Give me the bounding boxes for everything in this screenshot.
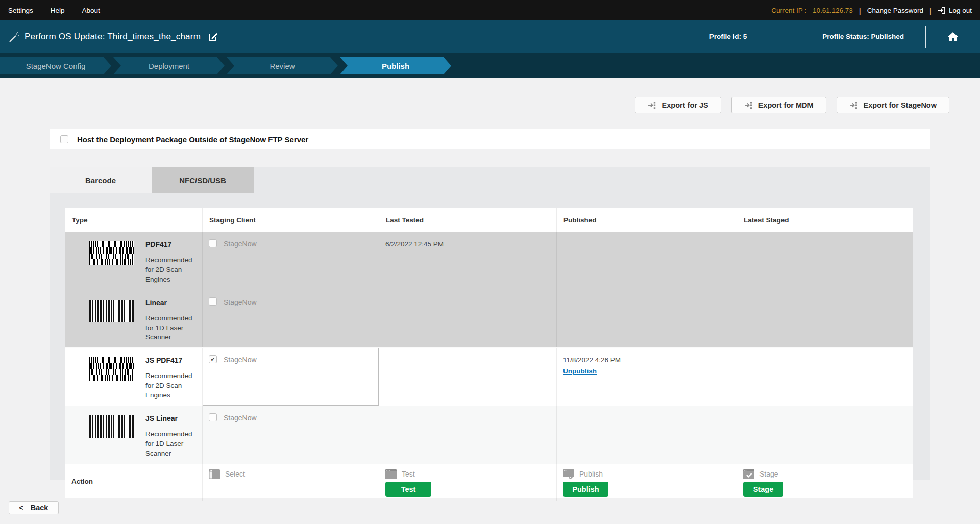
title-bar: Perform OS Update: Third_times_the_charm… [0, 20, 980, 53]
published-cell [557, 290, 737, 348]
export-icon [648, 101, 657, 109]
staging-client-label: StageNow [224, 414, 257, 422]
page-title: Perform OS Update: Third_times_the_charm [24, 32, 201, 42]
tab-nfc-sd-usb[interactable]: NFC/SD/USB [152, 167, 254, 193]
linear-barcode-image [89, 415, 134, 438]
home-button[interactable] [926, 31, 980, 42]
chevron-left-icon: < [19, 504, 23, 512]
type-name: JS PDF417 [145, 356, 196, 364]
menu-about[interactable]: About [82, 7, 100, 14]
staging-client-label: StageNow [224, 298, 257, 306]
last-tested-cell [379, 290, 557, 348]
divider: | [859, 6, 861, 15]
col-type: Type [65, 208, 203, 232]
last-tested-cell [379, 348, 557, 406]
edit-profile-icon[interactable] [208, 31, 218, 42]
host-package-checkbox[interactable] [60, 135, 68, 143]
stagenow-checkbox[interactable] [209, 297, 217, 306]
published-cell: 11/8/2022 4:26 PM Unpublish [557, 348, 737, 406]
export-mdm-button[interactable]: Export for MDM [731, 97, 826, 113]
current-ip-label: Current IP : [771, 7, 806, 14]
select-label: Select [225, 470, 245, 478]
stage-button[interactable]: Stage [743, 482, 783, 497]
col-last-tested: Last Tested [379, 208, 557, 232]
stagenow-checkbox[interactable] [209, 355, 217, 363]
linear-barcode-image [89, 300, 134, 322]
last-tested-cell [379, 406, 557, 464]
logout-icon [938, 6, 946, 14]
menu-help[interactable]: Help [51, 7, 65, 14]
export-button-row: Export for JS Export for MDM Export for … [0, 97, 949, 113]
back-button[interactable]: < Back [9, 501, 59, 514]
top-menu-bar: Settings Help About Current IP : 10.61.1… [0, 0, 980, 20]
type-desc: Recommended for 2D Scan Engines [145, 371, 196, 401]
col-published: Published [557, 208, 737, 232]
wizard-step-publish[interactable]: Publish [340, 57, 451, 74]
latest-staged-cell [737, 406, 913, 464]
wizard-steps: StageNow Config Deployment Review Publis… [0, 53, 980, 78]
home-icon [947, 31, 959, 42]
delivery-tabs: Barcode NFC/SD/USB [50, 167, 930, 193]
host-package-panel: Host the Deployment Package Outside of S… [50, 129, 930, 149]
stage-icon [743, 469, 754, 479]
publish-label: Publish [579, 470, 603, 478]
table-row-pdf417: PDF417 Recommended for 2D Scan Engines S… [65, 232, 913, 290]
menu-settings[interactable]: Settings [8, 7, 33, 14]
export-js-button[interactable]: Export for JS [635, 97, 721, 113]
top-menu: Settings Help About [8, 7, 100, 14]
action-label: Action [65, 464, 203, 501]
test-button[interactable]: Test [385, 482, 431, 497]
action-row: Action Select Test Test [65, 464, 913, 498]
select-icon [209, 469, 220, 479]
latest-staged-cell [737, 290, 913, 348]
latest-staged-cell [737, 348, 913, 406]
col-latest-staged: Latest Staged [737, 208, 913, 232]
profile-id: Profile Id: 5 [709, 33, 747, 40]
wand-icon [8, 31, 19, 42]
logout-button[interactable]: Log out [938, 6, 972, 14]
type-desc: Recommended for 2D Scan Engines [145, 256, 196, 285]
type-desc: Recommended for 1D Laser Scanner [145, 430, 196, 459]
divider: | [929, 6, 932, 15]
current-ip-value: 10.61.126.73 [813, 7, 853, 14]
profile-status: Profile Status: Published [822, 33, 904, 40]
wizard-step-stagenow-config[interactable]: StageNow Config [0, 57, 111, 74]
published-date: 11/8/2022 4:26 PM [563, 356, 730, 364]
type-desc: Recommended for 1D Laser Scanner [145, 314, 196, 343]
stagenow-checkbox[interactable] [209, 413, 217, 421]
last-tested-value: 6/2/2022 12:45 PM [379, 232, 557, 290]
stagenow-checkbox[interactable] [209, 239, 217, 247]
change-password-link[interactable]: Change Password [867, 7, 923, 14]
barcode-table: Type Staging Client Last Tested Publishe… [65, 208, 913, 498]
publish-button[interactable]: Publish [563, 482, 608, 497]
export-stagenow-button[interactable]: Export for StageNow [837, 97, 949, 113]
pdf417-barcode-image [89, 241, 134, 265]
wizard-step-deployment[interactable]: Deployment [113, 57, 225, 74]
host-package-label: Host the Deployment Package Outside of S… [77, 135, 308, 144]
wizard-step-review[interactable]: Review [227, 57, 338, 74]
table-row-js-pdf417: JS PDF417 Recommended for 2D Scan Engine… [65, 348, 913, 406]
publish-icon [563, 469, 574, 479]
col-staging-client: Staging Client [203, 208, 379, 232]
export-icon [744, 101, 753, 109]
latest-staged-cell [737, 232, 913, 290]
published-cell [557, 232, 737, 290]
type-name: JS Linear [145, 414, 196, 422]
staging-client-label: StageNow [224, 240, 257, 248]
test-icon [385, 469, 397, 479]
type-name: PDF417 [145, 240, 196, 248]
stage-label: Stage [760, 470, 778, 478]
staging-client-label: StageNow [224, 356, 257, 364]
test-label: Test [402, 470, 415, 478]
export-icon [849, 101, 859, 109]
pdf417-barcode-image [89, 357, 134, 381]
table-row-js-linear: JS Linear Recommended for 1D Laser Scann… [65, 406, 913, 464]
published-cell [557, 406, 737, 464]
unpublish-link[interactable]: Unpublish [563, 367, 597, 375]
table-header: Type Staging Client Last Tested Publishe… [65, 208, 913, 232]
table-row-linear: Linear Recommended for 1D Laser Scanner … [65, 290, 913, 348]
tab-barcode[interactable]: Barcode [50, 167, 152, 193]
publish-panel: Barcode NFC/SD/USB Type Staging Client L… [50, 167, 930, 480]
type-name: Linear [145, 298, 196, 307]
